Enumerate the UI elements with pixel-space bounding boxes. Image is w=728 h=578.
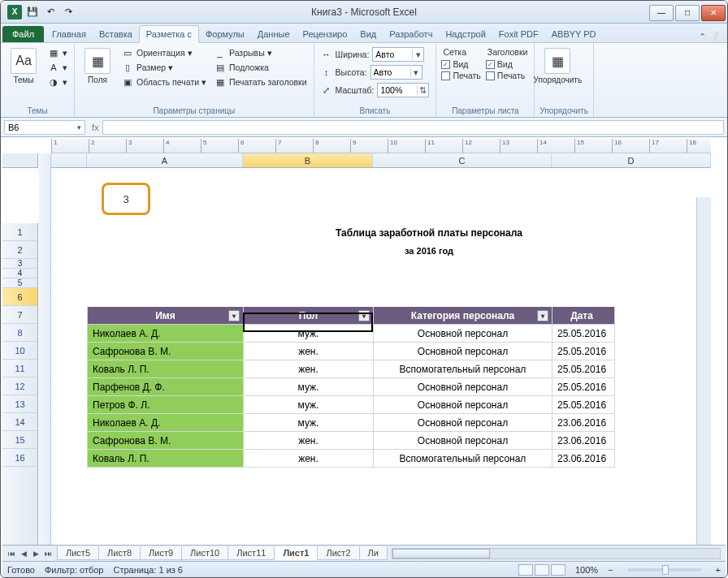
th-category[interactable]: Категория персонала▾ — [374, 307, 552, 325]
zoom-out-icon[interactable]: − — [608, 565, 613, 575]
tab-foxit[interactable]: Foxit PDF — [492, 26, 545, 42]
spinner-icon[interactable]: ⇅ — [417, 85, 428, 95]
print-area-button[interactable]: ▣Область печати ▾ — [120, 75, 208, 88]
chevron-down-icon[interactable]: ▾ — [77, 123, 81, 132]
col-header-b[interactable]: B — [243, 153, 373, 167]
cell[interactable]: 25.05.2016 — [552, 343, 615, 360]
table-row[interactable]: Николаев А. Д.муж.Основной персонал23.06… — [88, 414, 615, 432]
zoom-level[interactable]: 100% — [575, 565, 598, 575]
tab-developer[interactable]: Разработч — [383, 26, 439, 42]
row-header[interactable]: 14 — [2, 413, 37, 431]
margins-button[interactable]: ▦ Поля — [80, 46, 115, 105]
tab-page-layout[interactable]: Разметка с — [139, 25, 199, 43]
sheet-tab[interactable]: Лист1 — [274, 546, 318, 560]
th-gender[interactable]: Пол▾ — [244, 307, 374, 325]
row-header[interactable]: 11 — [2, 360, 37, 377]
cell[interactable]: Сафронова В. М. — [88, 343, 244, 360]
file-tab[interactable]: Файл — [2, 26, 44, 42]
scroll-thumb[interactable] — [392, 549, 490, 559]
headings-view-checkbox[interactable]: ✓Вид — [486, 59, 530, 69]
arrange-button[interactable]: ▦ Упорядочить — [540, 46, 575, 105]
vertical-scrollbar[interactable] — [696, 197, 711, 545]
breaks-button[interactable]: ⎯Разрывы ▾ — [213, 46, 309, 59]
minimize-ribbon-icon[interactable]: ⌃ — [699, 32, 706, 42]
scale-combo[interactable]: ⇅ — [377, 83, 429, 97]
cell[interactable]: Основной персонал — [374, 343, 552, 360]
cell[interactable]: жен. — [244, 343, 374, 360]
minimize-button[interactable]: — — [649, 5, 674, 21]
row-header[interactable]: 16 — [2, 449, 37, 467]
scale-input[interactable] — [378, 85, 417, 95]
row-header[interactable]: 1 — [2, 223, 37, 241]
cell[interactable]: муж. — [244, 325, 374, 343]
background-button[interactable]: ▤Подложка — [213, 61, 309, 74]
sheet-tab[interactable]: Лист5 — [57, 546, 99, 560]
cell[interactable]: Основной персонал — [374, 378, 552, 396]
cell[interactable]: Основной персонал — [374, 396, 552, 414]
gridlines-print-checkbox[interactable]: Печать — [441, 71, 480, 80]
col-header-c[interactable]: C — [373, 153, 552, 167]
col-header-a[interactable]: A — [87, 153, 243, 167]
row-header[interactable]: 10 — [2, 342, 37, 360]
tab-home[interactable]: Главная — [46, 26, 93, 42]
height-input[interactable] — [371, 67, 410, 77]
row-header[interactable]: 3 — [2, 259, 37, 269]
sheet-tab[interactable]: Ли — [359, 546, 388, 560]
gridlines-view-checkbox[interactable]: ✓Вид — [441, 59, 480, 69]
sheet-page[interactable]: 3 Таблица заработной платы персонала за … — [51, 168, 711, 545]
row-header[interactable]: 2 — [2, 241, 37, 259]
tab-view[interactable]: Вид — [353, 26, 383, 42]
horizontal-scrollbar[interactable] — [392, 548, 721, 559]
tab-review[interactable]: Рецензиро — [297, 26, 354, 42]
row-header[interactable]: 5 — [2, 278, 37, 288]
themes-button[interactable]: Aa Темы — [6, 46, 41, 105]
tab-abbyy[interactable]: ABBYY PD — [545, 26, 603, 42]
cell[interactable]: 23.06.2016 — [552, 432, 615, 450]
cell[interactable]: 25.05.2016 — [552, 378, 615, 396]
first-sheet-icon[interactable]: ⏮ — [6, 550, 17, 558]
table-row[interactable]: Парфенов Д. Ф.муж.Основной персонал25.05… — [88, 378, 615, 396]
row-header[interactable]: 8 — [2, 324, 37, 342]
cell[interactable]: жен. — [244, 450, 374, 468]
cell[interactable]: муж. — [244, 378, 374, 396]
theme-effects-button[interactable]: ◑▾ — [46, 75, 69, 88]
chevron-down-icon[interactable]: ▾ — [412, 50, 423, 59]
size-button[interactable]: ▯Размер ▾ — [120, 61, 208, 74]
cell[interactable]: Коваль Л. П. — [88, 450, 244, 468]
table-row[interactable]: Сафронова В. М.жен.Основной персонал25.0… — [88, 343, 615, 360]
row-header[interactable]: 12 — [2, 377, 37, 395]
row-header[interactable]: 7 — [2, 306, 37, 324]
cell[interactable]: Вспомогательный персонал — [374, 450, 552, 468]
headings-print-checkbox[interactable]: Печать — [486, 71, 530, 80]
chevron-down-icon[interactable]: ▾ — [410, 67, 422, 77]
normal-view-button[interactable] — [518, 564, 533, 576]
fx-icon[interactable]: fx — [92, 123, 99, 132]
tab-addins[interactable]: Надстрой — [439, 26, 492, 42]
width-input[interactable] — [373, 50, 412, 59]
row-header[interactable]: 4 — [2, 269, 37, 278]
cell[interactable]: жен. — [244, 360, 374, 378]
undo-icon[interactable]: ↶ — [43, 5, 58, 19]
print-titles-button[interactable]: ▦Печатать заголовки — [213, 75, 309, 88]
sheet-tab[interactable]: Лист10 — [181, 546, 228, 560]
sheet-tab[interactable]: Лист11 — [228, 546, 275, 560]
page-break-view-button[interactable] — [551, 564, 566, 576]
cell[interactable]: Основной персонал — [374, 432, 552, 450]
cell[interactable]: Сафронова В. М. — [88, 432, 244, 450]
maximize-button[interactable]: □ — [675, 5, 700, 21]
close-button[interactable]: ✕ — [701, 5, 726, 21]
cell[interactable]: 25.05.2016 — [552, 360, 615, 378]
table-row[interactable]: Петров Ф. Л.муж.Основной персонал25.05.2… — [88, 396, 615, 414]
page-layout-view-button[interactable] — [535, 564, 549, 576]
theme-fonts-button[interactable]: A▾ — [46, 61, 69, 74]
help-icon[interactable]: ❔ — [709, 32, 721, 42]
name-box[interactable]: B6 ▾ — [4, 120, 85, 135]
zoom-thumb[interactable] — [662, 565, 669, 575]
col-header-d[interactable]: D — [552, 153, 711, 167]
cell[interactable]: Николаев А. Д. — [88, 325, 244, 343]
cell[interactable]: 25.05.2016 — [552, 325, 615, 343]
sheet-tab[interactable]: Лист8 — [98, 546, 141, 560]
cell[interactable]: муж. — [244, 414, 374, 432]
cell[interactable]: Парфенов Д. Ф. — [88, 378, 244, 396]
sheet-tab[interactable]: Лист2 — [317, 546, 359, 560]
